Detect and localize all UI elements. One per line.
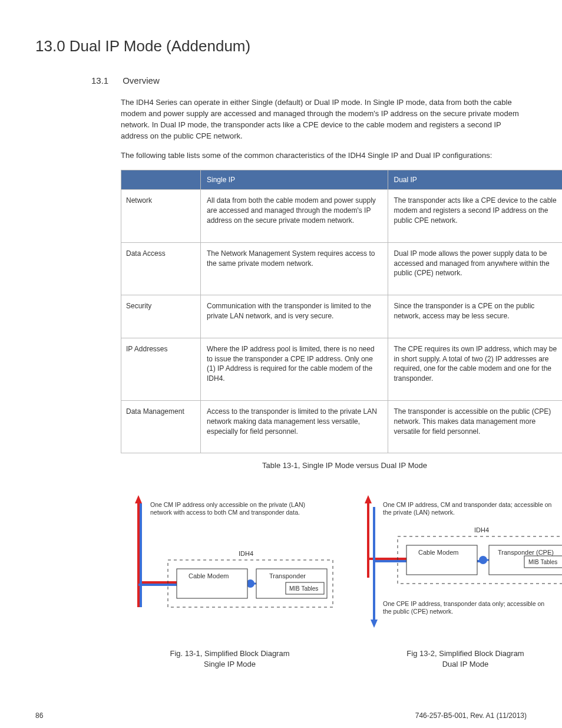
comparison-table: Single IP Dual IP Network All data from … [121, 170, 562, 454]
fig1-caption-line2: Single IP Mode [170, 659, 289, 670]
overview-paragraph-2: The following table lists some of the co… [121, 150, 527, 162]
row-label: Data Access [121, 242, 201, 295]
fig2-caption-line1: Fig 13-2, Simplified Block Diagram [406, 648, 524, 659]
doc-revision: 746-257-B5-001, Rev. A1 (11/2013) [415, 711, 527, 721]
page-number: 86 [35, 711, 43, 721]
table-caption: Table 13-1, Single IP Mode versus Dual I… [121, 460, 562, 471]
figure-2: One CM IP address, CM and transponder da… [351, 489, 562, 670]
section-number: 13.1 [91, 74, 108, 87]
table-header-blank [121, 170, 201, 190]
page-footer: 86 746-257-B5-001, Rev. A1 (11/2013) [35, 711, 527, 721]
cell-dual: Since the transponder is a CPE on the pu… [388, 295, 562, 338]
table-header-dual: Dual IP [388, 170, 562, 190]
fig1-mib-label: MIB Tables [289, 585, 318, 593]
svg-marker-1 [135, 495, 142, 503]
fig2-cm-label: Cable Modem [418, 548, 458, 557]
cell-single: Access to the transponder is limited to … [201, 400, 388, 453]
row-label: Security [121, 295, 201, 338]
fig2-caption: Fig 13-2, Simplified Block Diagram Dual … [406, 648, 524, 670]
fig1-tr-label: Transponder [269, 572, 306, 581]
fig2-tr-label: Transponder (CPE) [498, 548, 554, 557]
fig2-note-bottom: One CPE IP address, transponder data onl… [383, 600, 554, 616]
cell-dual: The transponder is accessible on the pub… [388, 400, 562, 453]
table-row: Data Access The Network Management Syste… [121, 242, 563, 295]
table-row: Security Communication with the transpon… [121, 295, 563, 338]
fig2-note-top: One CM IP address, CM and transponder da… [383, 501, 554, 517]
table-row: Data Management Access to the transponde… [121, 400, 563, 453]
table-header-single: Single IP [201, 170, 388, 190]
row-label: Data Management [121, 400, 201, 453]
cell-single: The Network Management System requires a… [201, 242, 388, 295]
cell-dual: Dual IP mode allows the power supply dat… [388, 242, 562, 295]
fig1-caption: Fig. 13-1, Simplified Block Diagram Sing… [170, 648, 289, 670]
page-title: 13.0 Dual IP Mode (Addendum) [35, 35, 527, 57]
table-row: Network All data from both the cable mod… [121, 190, 563, 242]
section-heading: 13.1 Overview [91, 74, 527, 87]
section-title: Overview [123, 74, 160, 87]
fig1-note: One CM IP address only accessible on the… [150, 501, 321, 517]
fig2-caption-line2: Dual IP Mode [406, 659, 524, 670]
fig2-mib-label: MIB Tables [528, 558, 557, 566]
cell-single: Communication with the transponder is li… [201, 295, 388, 338]
fig1-caption-line1: Fig. 13-1, Simplified Block Diagram [170, 648, 289, 659]
overview-paragraph-1: The IDH4 Series can operate in either Si… [121, 97, 527, 141]
svg-marker-12 [365, 495, 372, 503]
fig1-idh4-label: IDH4 [239, 549, 253, 558]
fig2-idh4-label: IDH4 [474, 526, 489, 535]
figure-1: One CM IP address only accessible on the… [121, 489, 339, 670]
cell-dual: The transponder acts like a CPE device t… [388, 190, 562, 242]
cell-single: Where the IP address pool is limited, th… [201, 338, 388, 400]
cell-dual: The CPE requires its own IP address, whi… [388, 338, 562, 400]
fig1-cm-label: Cable Modem [189, 572, 229, 581]
row-label: Network [121, 190, 201, 242]
svg-marker-15 [371, 620, 378, 628]
table-row: IP Addresses Where the IP address pool i… [121, 338, 563, 400]
cell-single: All data from both the cable modem and p… [201, 190, 388, 242]
row-label: IP Addresses [121, 338, 201, 400]
